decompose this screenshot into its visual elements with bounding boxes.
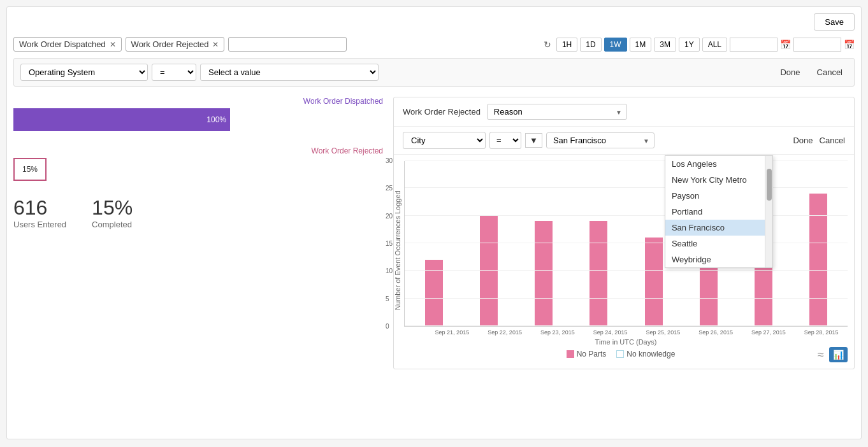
dropdown-item-weybridge[interactable]: Weybridge [665,252,772,267]
y-tick-30: 30 [386,157,393,164]
dropdown-item-portland[interactable]: Portland [665,204,772,220]
city-value-select[interactable]: San Francisco [546,132,655,148]
bottom-icons: ≈ 📊 [818,347,848,362]
bar-col-2 [517,221,570,326]
x-label-5: Sep 26, 2015 [690,329,742,336]
filter-tag-rejected-close[interactable]: ✕ [212,40,219,49]
dropdown-scrollbar[interactable] [765,156,772,267]
stat-users: 616 Users Entered [13,196,66,229]
calendar-start-icon[interactable]: 📅 [780,39,791,50]
refresh-icon[interactable]: ↻ [544,39,551,50]
bar-chart-icon[interactable]: 📊 [829,347,848,362]
left-panel: Work Order Dispatched 100% Work Order Re… [13,97,383,369]
bar-fill-3 [590,221,607,326]
dispatched-pct: 100% [206,115,226,124]
y-tick-15: 15 [386,240,393,247]
filter-tag-rejected-label: Work Order Rejected [131,39,209,49]
dispatched-bar: 100% [13,108,230,131]
reason-select[interactable]: Reason [487,104,627,120]
stats-row: 616 Users Entered 15% Completed [13,196,383,229]
time-btn-3m[interactable]: 3M [654,38,676,52]
stat-completed: 15% Completed [92,196,133,229]
reason-select-wrapper: Reason ▼ [487,104,627,120]
y-tick-20: 20 [386,213,393,220]
time-btn-1m[interactable]: 1M [630,38,652,52]
filter-row: Work Order Dispatched ✕ Work Order Rejec… [13,37,855,52]
rejected-bar: 15% [13,158,47,181]
y-tick-10: 10 [386,267,393,274]
condition-operator-select[interactable]: = [152,64,196,81]
y-tick-25: 25 [386,185,393,192]
y-gridline-10 [405,270,848,271]
time-btn-all[interactable]: ALL [702,38,727,52]
condition-row: Operating System = Select a value Done C… [13,58,855,87]
filter-tag-dispatched-close[interactable]: ✕ [110,40,116,49]
stat-users-number: 616 [13,196,66,220]
save-button[interactable]: Save [814,13,855,31]
bar-col-7 [792,194,845,326]
legend-no-knowledge: No knowledge [616,350,675,358]
scrollbar-thumb [767,169,772,201]
y-gridline-0 [405,325,848,326]
x-label-2: Sep 23, 2015 [532,329,584,336]
dropdown-item-san-francisco[interactable]: San Francisco [665,220,772,236]
city-dropdown-overlay: Los Angeles New York City Metro Payson P… [665,155,773,268]
time-btn-1w[interactable]: 1W [604,38,627,52]
legend-no-parts-label: No Parts [577,350,607,358]
condition-cancel-button[interactable]: Cancel [812,65,848,80]
dispatched-bar-section: Work Order Dispatched 100% [13,97,383,131]
calendar-end-icon[interactable]: 📅 [844,39,855,50]
dropdown-item-payson[interactable]: Payson [665,188,772,204]
stat-completed-label: Completed [92,220,133,229]
y-gridline-25 [405,187,848,188]
rejected-bar-row: 15% [13,158,383,181]
rejected-bar-section: Work Order Rejected 15% [13,146,383,181]
condition-value-select[interactable]: Select a value [200,64,379,81]
date-end-input[interactable]: 09/28/15 [793,38,841,52]
legend-no-knowledge-box [616,350,624,358]
rejected-label: Work Order Rejected [13,146,383,155]
time-controls: ↻ 1H 1D 1W 1M 3M 1Y ALL 09/21/15 📅 09/28… [544,38,855,52]
time-btn-1h[interactable]: 1H [556,38,577,52]
y-axis-label: Number of Event Occurrences Logged [394,161,401,339]
date-start-input[interactable]: 09/21/15 [730,38,778,52]
filter-search-input[interactable] [228,37,347,52]
condition-field-select[interactable]: Operating System [20,64,148,81]
city-actions: Done Cancel [793,136,845,145]
dispatched-label: Work Order Dispatched [13,97,383,106]
bar-fill-4 [645,238,663,326]
y-tick-5: 5 [386,295,389,302]
stat-completed-number: 15% [92,196,133,220]
condition-done-button[interactable]: Done [775,65,805,80]
chart-wrap: Number of Event Occurrences Logged 05101… [394,161,848,346]
rejected-pct: 15% [22,165,38,174]
dropdown-item-nyc[interactable]: New York City Metro [665,172,772,188]
x-label-7: Sep 28, 2015 [795,329,848,336]
time-btn-1y[interactable]: 1Y [679,38,700,52]
city-cancel-button[interactable]: Cancel [820,136,845,145]
dropdown-item-seattle[interactable]: Seattle [665,236,772,252]
legend-no-parts-box [567,350,574,358]
wor-header: Work Order Rejected Reason ▼ [394,97,854,127]
y-gridline-15 [405,243,848,243]
y-gridline-30 [405,160,848,160]
main-container: Save Work Order Dispatched ✕ Work Order … [6,6,862,439]
x-labels: Sep 21, 2015Sep 22, 2015Sep 23, 2015Sep … [404,329,848,336]
x-axis-title: Time in UTC (Days) [404,338,848,346]
time-btn-1d[interactable]: 1D [580,38,601,52]
city-operator-select[interactable]: = [489,132,521,149]
legend-no-knowledge-label: No knowledge [626,350,675,358]
content-area: Work Order Dispatched 100% Work Order Re… [13,97,855,369]
chart-container: Number of Event Occurrences Logged 05101… [394,155,854,369]
x-label-3: Sep 24, 2015 [584,329,637,336]
city-done-button[interactable]: Done [793,136,813,145]
dropdown-item-los-angeles[interactable]: Los Angeles [665,156,772,172]
filter-tag-dispatched-label: Work Order Dispatched [19,39,106,49]
city-field-select[interactable]: City [403,132,486,149]
filter-tag-dispatched: Work Order Dispatched ✕ [13,37,122,52]
sf-select-wrapper: San Francisco ▼ Los Angeles New York Cit… [546,132,655,148]
x-label-0: Sep 21, 2015 [426,329,479,336]
x-label-1: Sep 22, 2015 [479,329,532,336]
wave-icon[interactable]: ≈ [818,348,824,362]
wor-title: Work Order Rejected [403,107,481,117]
